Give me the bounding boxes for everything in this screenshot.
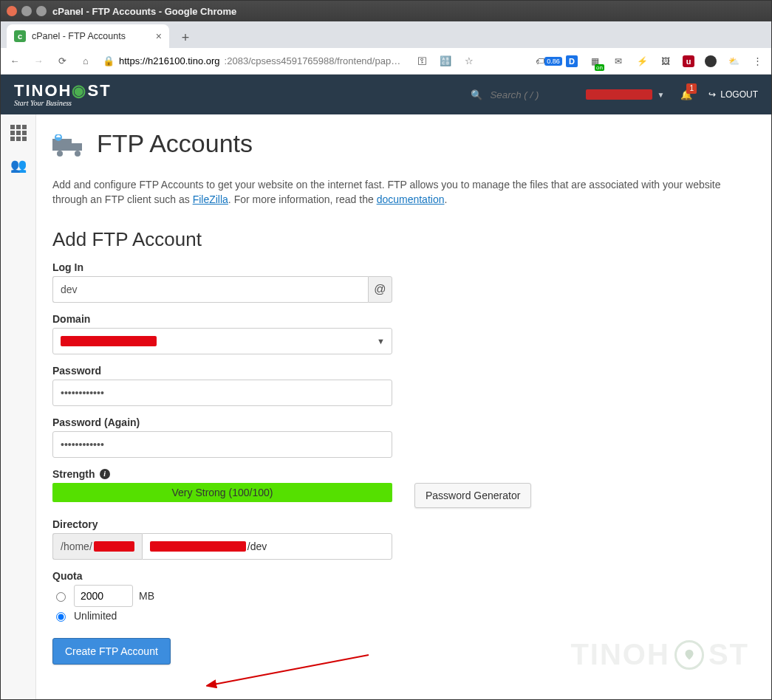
extension-badge: 0.86	[544, 57, 562, 66]
domain-select[interactable]	[52, 328, 392, 354]
mail-icon[interactable]: ✉	[612, 55, 625, 68]
window-buttons	[7, 6, 47, 16]
chevron-down-icon: ▼	[657, 91, 664, 99]
strength-label-text: Strength	[52, 468, 95, 480]
bolt-icon[interactable]: ⚡	[635, 55, 649, 68]
password-again-label: Password (Again)	[52, 416, 755, 428]
translate-icon[interactable]: 🔠	[439, 55, 452, 66]
documentation-link[interactable]: documentation	[377, 193, 445, 205]
url-host: https://h216100.tino.org	[119, 55, 220, 66]
info-icon[interactable]: i	[100, 469, 110, 479]
users-icon[interactable]: 👥	[10, 157, 27, 174]
directory-prefix: /home/	[52, 533, 142, 560]
brand-logo: TINOH◉ST Start Your Business	[14, 83, 112, 107]
password-label: Password	[52, 365, 755, 377]
watermark-circle-icon	[674, 640, 704, 670]
password-generator-button[interactable]: Password Generator	[414, 483, 531, 508]
tab-close-button[interactable]: ×	[156, 30, 162, 42]
directory-prefix-redacted	[94, 541, 134, 552]
directory-label: Directory	[52, 518, 755, 530]
intro-text: Add and configure FTP Accounts to get yo…	[52, 177, 755, 207]
directory-value-redacted	[150, 541, 246, 552]
quota-limited-radio[interactable]	[56, 592, 66, 602]
left-rail: 👥	[1, 114, 36, 700]
address-bar[interactable]: 🔒 https://h216100.tino.org:2083/cpsess45…	[103, 55, 400, 66]
watermark-text2: ST	[708, 638, 749, 671]
intro-part3: .	[444, 193, 447, 205]
window-close-button[interactable]	[7, 6, 17, 16]
url-path: :2083/cpsess4591765988/frontend/pap…	[225, 55, 401, 66]
ftp-truck-icon	[52, 134, 88, 158]
picture-icon[interactable]: 🖼	[659, 55, 672, 68]
topbar-search[interactable]: 🔍	[471, 89, 570, 101]
new-tab-button[interactable]: +	[175, 27, 196, 48]
create-ftp-account-button[interactable]: Create FTP Account	[52, 638, 171, 665]
watermark: TINOH ST	[570, 638, 749, 671]
browser-tabstrip: c cPanel - FTP Accounts × +	[1, 21, 771, 48]
search-icon: 🔍	[471, 89, 482, 100]
domain-value-redacted	[61, 336, 157, 346]
password-again-input[interactable]	[52, 431, 392, 458]
quota-limited-option[interactable]: MB	[52, 585, 755, 607]
window-minimize-button[interactable]	[21, 6, 32, 16]
brand-subtitle: Start Your Business	[14, 99, 112, 107]
svg-line-5	[214, 655, 369, 684]
notifications-button[interactable]: 🔔 1	[680, 89, 692, 100]
home-button[interactable]: ⌂	[79, 55, 92, 66]
extension-d-icon[interactable]: D	[566, 55, 578, 67]
brand-text-1: TINOH	[14, 81, 72, 100]
quota-amount-input[interactable]	[74, 585, 133, 607]
directory-input[interactable]: /dev	[142, 533, 392, 560]
search-input[interactable]	[488, 89, 570, 101]
main-content: FTP Accounts Add and configure FTP Accou…	[36, 114, 771, 700]
key-icon[interactable]: ⚿	[415, 55, 428, 66]
brand-text-2: ST	[87, 81, 111, 100]
page-title: FTP Accounts	[97, 129, 253, 158]
window-maximize-button[interactable]	[36, 6, 47, 16]
tab-title: cPanel - FTP Accounts	[32, 31, 126, 41]
quota-unlimited-option[interactable]: Unlimited	[52, 610, 755, 622]
strength-meter: Very Strong (100/100)	[52, 483, 392, 502]
back-button[interactable]: ←	[8, 55, 21, 66]
logout-label: LOGOUT	[720, 89, 758, 100]
svg-rect-0	[52, 139, 72, 151]
svg-point-2	[57, 151, 63, 157]
brand-accent-icon: ◉	[72, 81, 87, 100]
window-titlebar: cPanel - FTP Accounts - Google Chrome	[1, 1, 771, 21]
extension-grid-icon[interactable]: ▦on	[588, 55, 601, 68]
chrome-menu-button[interactable]: ⋮	[751, 55, 764, 66]
filezilla-link[interactable]: FileZilla	[193, 193, 228, 205]
apps-grid-icon[interactable]	[10, 125, 27, 141]
quota-unit: MB	[139, 590, 154, 602]
watermark-text1: TINOH	[570, 638, 669, 671]
quota-unlimited-label: Unlimited	[74, 610, 117, 622]
directory-prefix-text: /home/	[61, 541, 92, 552]
svg-rect-1	[72, 143, 82, 151]
globe-dark-icon[interactable]	[705, 55, 717, 67]
extension-tag-icon[interactable]: 🏷0.86	[542, 55, 556, 68]
window-title: cPanel - FTP Accounts - Google Chrome	[52, 6, 236, 17]
ublock-icon[interactable]: u	[683, 55, 694, 67]
directory-suffix: /dev	[247, 541, 267, 552]
reload-button[interactable]: ⟳	[55, 55, 69, 66]
logout-button[interactable]: ↪ LOGOUT	[708, 89, 758, 100]
svg-point-3	[75, 151, 81, 157]
weather-icon[interactable]: ⛅	[727, 55, 740, 68]
user-menu[interactable]: ▼	[586, 89, 664, 100]
forward-button[interactable]: →	[32, 55, 45, 66]
user-name-redacted	[586, 89, 652, 100]
cpanel-topbar: TINOH◉ST Start Your Business 🔍 ▼ 🔔 1 ↪ L…	[1, 75, 771, 114]
intro-part2: . For more information, read the	[228, 193, 377, 205]
login-at-addon: @	[368, 276, 392, 303]
quota-unlimited-radio[interactable]	[56, 612, 66, 622]
star-bookmark-icon[interactable]: ☆	[462, 55, 476, 66]
password-input[interactable]	[52, 380, 392, 406]
lock-icon: 🔒	[103, 55, 115, 66]
tab-favicon-icon: c	[14, 30, 26, 42]
login-input[interactable]	[52, 276, 368, 303]
logout-icon: ↪	[708, 89, 716, 100]
browser-toolbar: ← → ⟳ ⌂ 🔒 https://h216100.tino.org:2083/…	[1, 48, 771, 75]
login-label: Log In	[52, 261, 755, 273]
quota-label: Quota	[52, 570, 755, 582]
browser-tab-active[interactable]: c cPanel - FTP Accounts ×	[7, 24, 169, 48]
